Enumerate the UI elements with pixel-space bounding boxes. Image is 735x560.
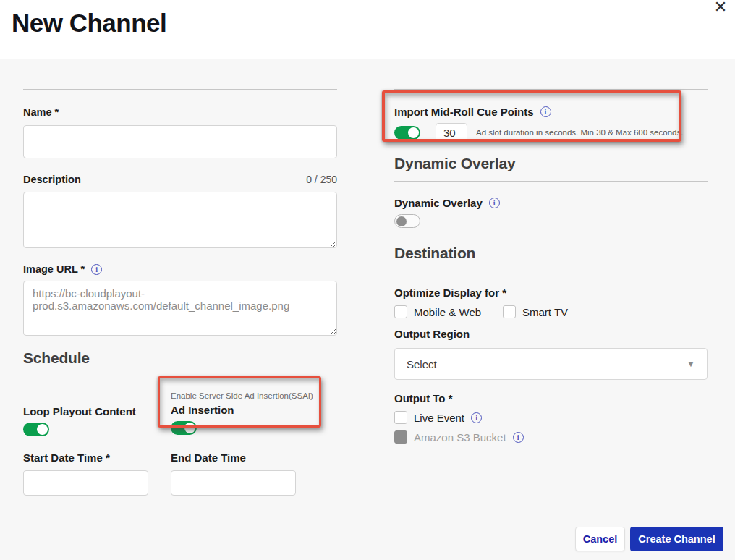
output-option-live-event: Live Event i — [394, 411, 708, 424]
cancel-button[interactable]: Cancel — [575, 527, 625, 551]
midroll-help: Ad slot duration in seconds. Min 30 & Ma… — [476, 128, 683, 137]
ad-insertion-group: Enable Server Side Ad Insertion(SSAI) Ad… — [171, 386, 318, 435]
end-date-label: End Date Time — [171, 451, 318, 464]
description-label: Description — [23, 174, 81, 185]
divider — [394, 89, 708, 90]
optimize-option-mobile-web: Mobile & Web — [394, 305, 503, 318]
ssai-hint: Enable Server Side Ad Insertion(SSAI) — [171, 391, 318, 400]
toggle-knob — [408, 127, 419, 138]
output-region-label: Output Region — [394, 328, 708, 340]
dynamic-overlay-label: Dynamic Overlay — [394, 197, 483, 209]
divider — [23, 89, 337, 90]
left-column: Name * Description 0 / 250 Image URL * i… — [23, 59, 337, 496]
loop-playout-group: Loop Playout Content — [23, 386, 171, 436]
info-icon[interactable]: i — [540, 106, 551, 117]
loop-playout-label: Loop Playout Content — [23, 405, 171, 417]
dynamic-overlay-toggle[interactable] — [394, 214, 420, 228]
ad-insertion-toggle[interactable] — [171, 421, 197, 435]
toggle-knob — [396, 216, 407, 226]
info-icon[interactable]: i — [513, 432, 524, 443]
start-date-label: Start Date Time * — [23, 451, 171, 464]
info-icon[interactable]: i — [471, 412, 482, 423]
checkbox-label: Mobile & Web — [414, 306, 481, 318]
page-title: New Channel — [12, 9, 166, 38]
toggle-knob — [184, 423, 195, 433]
info-icon[interactable]: i — [91, 264, 102, 275]
output-region-select[interactable]: Select ▼ — [394, 348, 708, 380]
checkbox-mobile-web[interactable] — [394, 305, 407, 318]
schedule-heading: Schedule — [23, 349, 337, 367]
image-url-textarea[interactable] — [23, 281, 337, 336]
description-textarea[interactable] — [23, 192, 337, 248]
checkbox-label: Smart TV — [522, 306, 568, 318]
end-date-input[interactable] — [171, 470, 296, 496]
select-value: Select — [407, 358, 437, 370]
close-icon[interactable]: ✕ — [712, 0, 729, 16]
destination-heading: Destination — [394, 245, 708, 262]
divider — [23, 376, 337, 376]
chevron-down-icon: ▼ — [687, 359, 695, 369]
checkbox-live-event[interactable] — [394, 411, 407, 424]
divider — [394, 181, 708, 182]
midroll-label: Import Mid-Roll Cue Points — [394, 106, 534, 118]
create-channel-button[interactable]: Create Channel — [630, 527, 723, 551]
name-label: Name * — [23, 106, 337, 118]
checkbox-smart-tv[interactable] — [503, 305, 516, 318]
right-column: Import Mid-Roll Cue Points i Ad slot dur… — [394, 59, 708, 444]
output-option-amazon-s3: Amazon S3 Bucket i — [394, 430, 708, 444]
start-date-input[interactable] — [23, 470, 148, 496]
optimize-option-smart-tv: Smart TV — [503, 305, 568, 318]
name-input[interactable] — [23, 125, 337, 158]
checkbox-label: Amazon S3 Bucket — [414, 431, 506, 444]
checkbox-amazon-s3 — [394, 430, 407, 444]
info-icon[interactable]: i — [489, 198, 500, 208]
loop-playout-toggle[interactable] — [23, 423, 49, 436]
ad-insertion-label: Ad Insertion — [171, 404, 318, 416]
image-url-label: Image URL * — [23, 263, 85, 275]
dynamic-overlay-heading: Dynamic Overlay — [394, 155, 708, 172]
toggle-knob — [37, 424, 48, 435]
checkbox-label: Live Event — [414, 412, 464, 424]
optimize-display-label: Optimize Display for * — [394, 287, 708, 299]
output-to-label: Output To * — [394, 392, 708, 404]
char-counter: 0 / 250 — [306, 174, 337, 185]
ad-slot-duration-input[interactable] — [436, 123, 467, 142]
dialog-header: New Channel ✕ — [0, 0, 735, 59]
midroll-toggle[interactable] — [394, 126, 420, 140]
divider — [394, 271, 708, 271]
